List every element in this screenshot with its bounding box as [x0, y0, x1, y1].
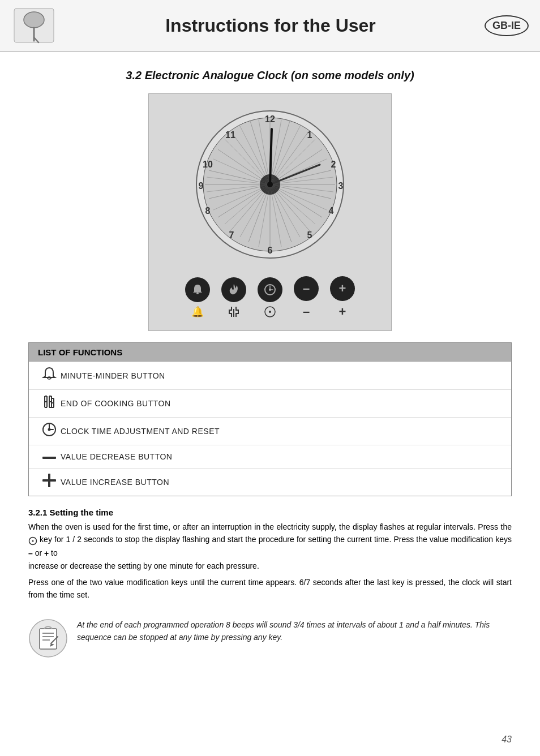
clock-icon-label [264, 306, 276, 318]
svg-text:9: 9 [199, 181, 204, 191]
language-badge: GB-IE [485, 15, 529, 36]
function-text-bell: MINUTE-MINDER BUTTON [61, 371, 165, 380]
svg-rect-88 [48, 474, 50, 487]
function-row-plus: VALUE INCREASE BUTTON [29, 468, 511, 496]
function-text-clock: CLOCK TIME ADJUSTMENT AND RESET [61, 427, 220, 436]
flame-function-icon [38, 394, 61, 413]
clock-svg: 12 1 2 3 4 5 6 7 8 9 10 11 [191, 105, 349, 264]
svg-rect-62 [196, 293, 199, 294]
svg-rect-86 [42, 457, 56, 459]
page-header: Instructions for the User GB-IE [0, 0, 540, 52]
minus-label: – [303, 304, 310, 319]
decrease-button[interactable]: – [294, 276, 319, 301]
function-text-plus: VALUE INCREASE BUTTON [61, 478, 169, 487]
header-logo [11, 6, 57, 45]
svg-text:4: 4 [329, 206, 334, 216]
svg-text:10: 10 [203, 160, 213, 169]
function-text-flame: END OF COOKING BUTTON [61, 399, 171, 408]
plus-label: + [339, 304, 346, 319]
functions-box: LIST OF FUNCTIONS MINUTE-MINDER BUTTON [28, 342, 512, 496]
section-title: 3.2 Electronic Analogue Clock (on some m… [28, 69, 512, 82]
note-text: At the end of each programmed operation … [77, 618, 512, 644]
clock-buttons-row: 🔔 – [185, 276, 355, 319]
svg-point-66 [269, 311, 271, 313]
flame-icon-label [227, 306, 241, 318]
svg-point-90 [32, 540, 34, 542]
clock-function-icon [38, 422, 61, 441]
svg-text:11: 11 [225, 130, 235, 140]
minus-function-icon [38, 449, 61, 464]
bell-icon-label: 🔔 [191, 306, 204, 318]
svg-text:8: 8 [205, 206, 211, 216]
note-icon [28, 618, 68, 658]
page-title: Instructions for the User [57, 15, 485, 36]
note-box: At the end of each programmed operation … [28, 613, 512, 664]
clock-box: 12 1 2 3 4 5 6 7 8 9 10 11 [148, 93, 392, 331]
clock-face: 12 1 2 3 4 5 6 7 8 9 10 11 [191, 105, 349, 264]
minus-inline: – [28, 547, 33, 560]
plus-inline: + [44, 547, 49, 560]
svg-text:3: 3 [338, 181, 344, 191]
svg-text:2: 2 [331, 160, 336, 169]
setting-time-para2: Press one of the two value modification … [28, 576, 512, 602]
minute-minder-button[interactable] [185, 277, 210, 302]
subsection-title: 3.2.1 Setting the time [28, 508, 512, 517]
functions-header: LIST OF FUNCTIONS [29, 343, 511, 362]
function-row-bell: MINUTE-MINDER BUTTON [29, 362, 511, 389]
svg-text:7: 7 [229, 230, 234, 240]
clock-diagram: 12 1 2 3 4 5 6 7 8 9 10 11 [28, 93, 512, 331]
increase-button[interactable]: + [330, 276, 355, 301]
plus-function-icon [38, 472, 61, 492]
setting-time-para1: When the oven is used for the first time… [28, 521, 512, 573]
clock-adjust-button[interactable] [258, 277, 282, 302]
bell-function-icon [38, 366, 61, 385]
svg-text:1: 1 [307, 130, 312, 140]
page-number: 43 [502, 734, 512, 745]
svg-rect-92 [40, 629, 57, 649]
svg-text:5: 5 [307, 230, 312, 240]
function-row-clock: CLOCK TIME ADJUSTMENT AND RESET [29, 417, 511, 445]
main-content: 3.2 Electronic Analogue Clock (on some m… [0, 52, 540, 681]
svg-point-61 [267, 182, 273, 187]
clock-inline-icon [28, 534, 37, 546]
svg-point-1 [24, 12, 44, 28]
function-text-minus: VALUE DECREASE BUTTON [61, 452, 172, 461]
function-row-minus: VALUE DECREASE BUTTON [29, 445, 511, 468]
function-row-flame: END OF COOKING BUTTON [29, 389, 511, 417]
end-cooking-button[interactable] [221, 277, 246, 302]
